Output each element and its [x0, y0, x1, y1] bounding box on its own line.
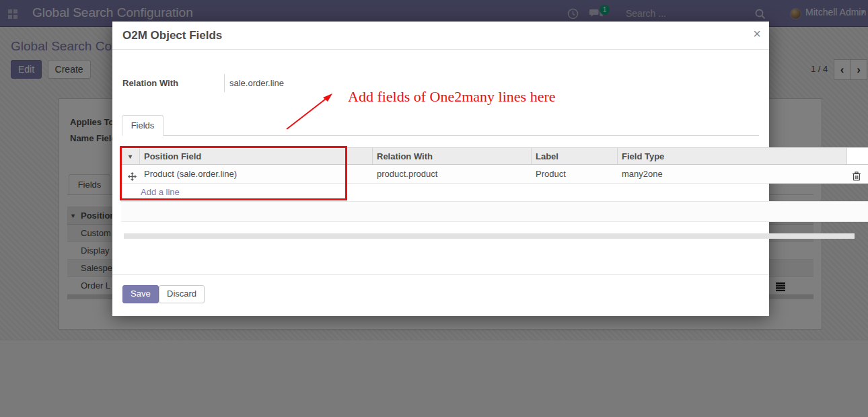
add-a-line-link[interactable]: Add a line	[141, 187, 180, 197]
table-scrollbar[interactable]	[124, 233, 855, 239]
cell-position-field: Product (sale.order.line)	[140, 165, 373, 183]
add-line-row: Add a line	[121, 184, 868, 202]
dialog-footer: Save Discard	[112, 274, 769, 316]
save-button[interactable]: Save	[122, 285, 159, 303]
header-actions	[847, 148, 868, 164]
empty-row	[121, 202, 868, 222]
header-field-type[interactable]: Field Type	[618, 148, 847, 164]
header-relation-with[interactable]: Relation With	[373, 148, 532, 164]
field-separator	[224, 74, 225, 92]
header-position-field[interactable]: Position Field	[140, 148, 373, 164]
dialog-title: O2M Object Fields	[122, 29, 222, 42]
o2m-table: ▾ Position Field Relation With Label Fie…	[121, 147, 868, 239]
dialog-header: O2M Object Fields ×	[112, 22, 769, 50]
delete-row-icon[interactable]	[847, 165, 868, 183]
annotation-arrow	[283, 90, 339, 133]
o2m-fields-dialog: O2M Object Fields × Relation With sale.o…	[112, 22, 769, 316]
relation-with-label: Relation With	[122, 78, 178, 88]
header-label[interactable]: Label	[532, 148, 618, 164]
drag-handle-icon[interactable]	[121, 165, 140, 183]
close-icon[interactable]: ×	[753, 26, 761, 42]
tab-divider	[122, 135, 759, 136]
discard-button[interactable]: Discard	[159, 285, 205, 303]
cell-relation-with: product.product	[373, 165, 532, 183]
relation-with-value: sale.order.line	[229, 78, 284, 88]
cell-label: Product	[532, 165, 618, 183]
cell-field-type: many2one	[618, 165, 847, 183]
annotation-text: Add fields of One2many lines here	[348, 88, 556, 106]
tab-fields[interactable]: Fields	[122, 115, 164, 136]
table-row[interactable]: Product (sale.order.line) product.produc…	[121, 165, 868, 184]
sort-caret-icon: ▾	[121, 148, 140, 164]
screen: Global Search Configuration 1 Mitchell A…	[0, 0, 868, 417]
table-header-row: ▾ Position Field Relation With Label Fie…	[121, 147, 868, 165]
